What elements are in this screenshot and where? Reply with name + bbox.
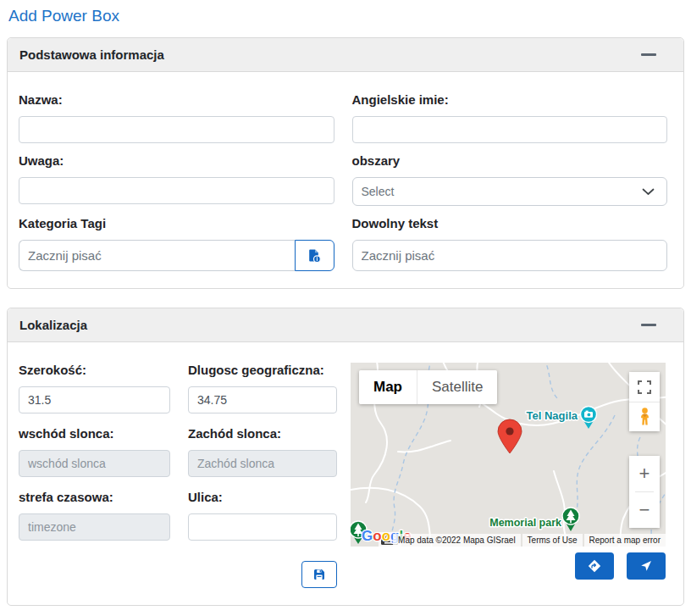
fullscreen-icon: [637, 380, 652, 395]
tel-nagila-label[interactable]: Tel Nagila: [527, 409, 578, 422]
dowolny-input[interactable]: [352, 240, 668, 271]
zachod-input: [188, 450, 337, 477]
ulica-input[interactable]: [188, 513, 337, 541]
fullscreen-button[interactable]: [629, 372, 660, 402]
nazwa-label: Nazwa:: [19, 92, 334, 107]
map-zoom-control: + −: [629, 456, 660, 528]
wschod-label: wschód slonca:: [19, 426, 170, 441]
map-action-buttons: [351, 552, 666, 580]
zoom-out-button[interactable]: −: [629, 492, 660, 528]
pegman-button[interactable]: [629, 402, 660, 431]
panel-basic-header: Podstawowa informacja: [8, 38, 683, 72]
obszary-selected-value: Select: [362, 185, 395, 198]
wschod-input: [19, 450, 170, 477]
kategoria-tags-button[interactable]: [295, 240, 334, 271]
ulica-label: Ulica:: [188, 490, 337, 504]
zoom-in-button[interactable]: +: [629, 456, 660, 491]
navigation-arrow-icon: [639, 559, 653, 573]
map-side-controls: [629, 372, 660, 431]
obszary-select[interactable]: Select: [352, 177, 668, 206]
collapse-basic-button[interactable]: [639, 48, 658, 61]
save-location-button[interactable]: [301, 561, 337, 588]
report-map-error-link[interactable]: Report a map error: [584, 534, 666, 547]
dlugosc-label: Dlugosc geograficzna:: [188, 363, 337, 377]
terms-of-use-link[interactable]: Terms of Use: [522, 534, 583, 547]
kategoria-label: Kategoria Tagi: [19, 216, 334, 230]
panel-lokalizacja-body: Szerokość: Dlugosc geograficzna: wschód …: [8, 342, 683, 605]
dowolny-label: Dowolny tekst: [352, 216, 668, 230]
angielskie-label: Angielskie imie:: [352, 92, 668, 107]
map-tab[interactable]: Map: [359, 370, 417, 404]
panel-lokalizacja: Lokalizacja Szerokość: Dlugosc geografic…: [7, 308, 684, 606]
panel-lokalizacja-header: Lokalizacja: [8, 308, 683, 342]
panel-lokalizacja-title: Lokalizacja: [19, 318, 87, 332]
page-title: Add Power Box: [8, 7, 691, 25]
panel-basic-info: Podstawowa informacja Nazwa: Angielskie …: [7, 37, 684, 289]
minus-icon: [641, 324, 656, 326]
panel-basic-body: Nazwa: Angielskie imie: Uwaga: obszary S…: [8, 72, 683, 288]
map-data-attribution: Map data ©2022 Mapa GISrael: [393, 534, 521, 547]
uwaga-input[interactable]: [19, 177, 334, 204]
pegman-icon: [638, 407, 652, 427]
minus-icon: [641, 53, 656, 56]
strefa-input: [19, 513, 170, 541]
strefa-label: strefa czasowa:: [19, 490, 170, 504]
directions-button[interactable]: [575, 552, 614, 580]
map-type-control: Map Satellite: [359, 370, 497, 404]
panel-basic-title: Podstawowa informacja: [19, 47, 164, 62]
angielskie-input[interactable]: [352, 116, 668, 143]
dlugosc-input[interactable]: [188, 386, 337, 413]
location-fields: Szerokość: Dlugosc geograficzna: wschód …: [19, 363, 337, 588]
nazwa-input[interactable]: [19, 116, 334, 143]
satellite-tab[interactable]: Satellite: [417, 370, 497, 404]
collapse-lokalizacja-button[interactable]: [639, 319, 658, 331]
memorial-park-label[interactable]: Memorial park: [489, 517, 561, 529]
kategoria-input[interactable]: [19, 240, 295, 271]
file-info-icon: [307, 248, 322, 264]
map-attribution-bar: Map data ©2022 Mapa GISrael Terms of Use…: [393, 534, 666, 547]
save-floppy-icon: [312, 568, 326, 581]
obszary-label: obszary: [352, 153, 668, 168]
szerokosc-label: Szerokość:: [19, 363, 170, 377]
uwaga-label: Uwaga:: [19, 153, 334, 168]
szerokosc-input[interactable]: [19, 386, 170, 413]
map-column: Tel Nagila Memorial park: [351, 363, 667, 588]
chevron-down-icon: [642, 188, 655, 196]
my-location-button[interactable]: [627, 552, 666, 580]
google-map[interactable]: Tel Nagila Memorial park: [351, 363, 666, 547]
zachod-label: Zachód slonca:: [188, 426, 337, 441]
directions-icon: [588, 559, 601, 573]
